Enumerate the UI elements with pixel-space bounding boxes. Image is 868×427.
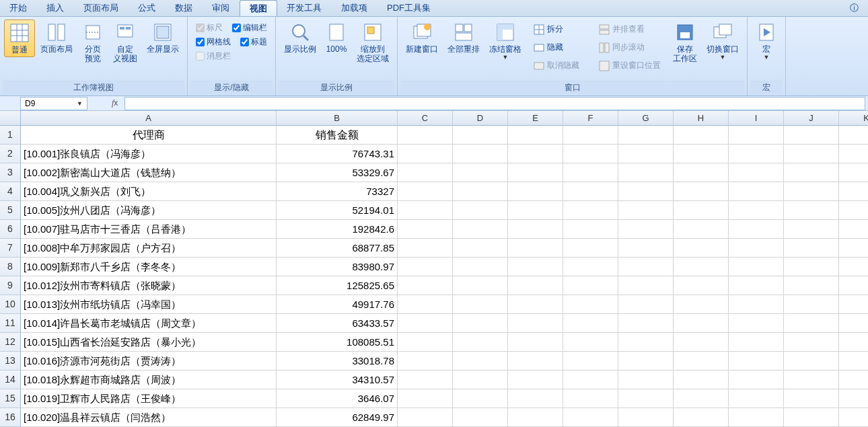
- cell[interactable]: [674, 314, 729, 333]
- cell[interactable]: [784, 258, 839, 276]
- cell[interactable]: [453, 182, 508, 201]
- cell[interactable]: [398, 371, 453, 389]
- cell[interactable]: [839, 371, 868, 389]
- cell[interactable]: [10.018]永辉超市商城路店（周波）: [21, 371, 277, 389]
- cell[interactable]: [508, 295, 563, 314]
- freeze-panes-button[interactable]: 冻结窗格 ▼: [485, 20, 526, 63]
- cell[interactable]: [398, 126, 453, 145]
- row-header-6[interactable]: 6: [0, 220, 21, 239]
- cell[interactable]: [618, 126, 674, 145]
- cell[interactable]: [563, 352, 618, 371]
- cell[interactable]: 73327: [277, 182, 398, 201]
- row-header-9[interactable]: 9: [0, 276, 21, 295]
- cell[interactable]: [784, 126, 839, 145]
- cell[interactable]: 62849.97: [277, 408, 398, 427]
- cell[interactable]: [674, 276, 729, 295]
- cell[interactable]: [10.012]汝州市寄料镇店（张晓蒙）: [21, 276, 277, 295]
- cell[interactable]: [618, 295, 674, 314]
- cell[interactable]: [453, 295, 508, 314]
- cell[interactable]: [508, 201, 563, 220]
- row-header-7[interactable]: 7: [0, 239, 21, 258]
- cell[interactable]: [453, 201, 508, 220]
- cell[interactable]: [453, 333, 508, 352]
- view-page-break-button[interactable]: 分页 预览: [78, 20, 108, 65]
- cell[interactable]: [674, 220, 729, 239]
- cell[interactable]: [839, 145, 868, 163]
- tab-1[interactable]: 插入: [37, 0, 74, 16]
- cell[interactable]: [398, 408, 453, 427]
- zoom-selection-button[interactable]: 缩放到 选定区域: [353, 20, 393, 65]
- view-custom-button[interactable]: 自定 义视图: [109, 20, 141, 65]
- cell[interactable]: [784, 295, 839, 314]
- cell[interactable]: 34310.57: [277, 371, 398, 389]
- cell[interactable]: [784, 352, 839, 371]
- hide-button[interactable]: 隐藏: [531, 40, 582, 54]
- cell[interactable]: 76743.31: [277, 145, 398, 163]
- row-header-11[interactable]: 11: [0, 314, 21, 333]
- cell[interactable]: [398, 145, 453, 163]
- cell[interactable]: [508, 408, 563, 427]
- cell[interactable]: 125825.65: [277, 276, 398, 295]
- cell[interactable]: [729, 352, 784, 371]
- cell[interactable]: [618, 201, 674, 220]
- cell[interactable]: [398, 163, 453, 182]
- cell[interactable]: [10.014]许昌长葛市老城镇店（周文章）: [21, 314, 277, 333]
- cell[interactable]: [839, 258, 868, 276]
- cell[interactable]: [563, 408, 618, 427]
- select-all-corner[interactable]: [0, 111, 21, 126]
- cell[interactable]: [729, 295, 784, 314]
- row-header-8[interactable]: 8: [0, 258, 21, 276]
- col-header-F[interactable]: F: [563, 111, 618, 126]
- cell[interactable]: [618, 389, 674, 408]
- cell[interactable]: [508, 163, 563, 182]
- cell[interactable]: [729, 314, 784, 333]
- cell[interactable]: [398, 258, 453, 276]
- cell[interactable]: [839, 201, 868, 220]
- cell[interactable]: [453, 408, 508, 427]
- cell[interactable]: [729, 371, 784, 389]
- cells-area[interactable]: 代理商销售金额[10.001]张良镇店（冯海彦）76743.31[10.002]…: [21, 126, 868, 427]
- zoom-100-button[interactable]: 100%: [322, 20, 351, 56]
- cell[interactable]: [563, 145, 618, 163]
- cell[interactable]: [398, 239, 453, 258]
- cell[interactable]: [398, 182, 453, 201]
- tab-7[interactable]: 开发工具: [277, 0, 332, 16]
- cell[interactable]: [729, 145, 784, 163]
- cell[interactable]: [784, 371, 839, 389]
- cell[interactable]: 销售金额: [277, 126, 398, 145]
- row-header-14[interactable]: 14: [0, 371, 21, 389]
- cell[interactable]: [10.020]温县祥云镇店（闫浩然）: [21, 408, 277, 427]
- cell[interactable]: [10.005]汝州八团店（冯海彦）: [21, 201, 277, 220]
- cell[interactable]: [839, 389, 868, 408]
- cell[interactable]: [10.013]汝州市纸坊镇店（冯幸国）: [21, 295, 277, 314]
- row-header-3[interactable]: 3: [0, 163, 21, 182]
- cell[interactable]: [508, 333, 563, 352]
- cell[interactable]: [618, 258, 674, 276]
- cell[interactable]: [729, 220, 784, 239]
- cell[interactable]: 49917.76: [277, 295, 398, 314]
- tab-0[interactable]: 开始: [0, 0, 37, 16]
- save-workspace-button[interactable]: 保存 工作区: [669, 20, 701, 65]
- split-button[interactable]: 拆分: [531, 22, 582, 36]
- cell[interactable]: [839, 126, 868, 145]
- cell[interactable]: [729, 276, 784, 295]
- tab-5[interactable]: 审阅: [203, 0, 240, 16]
- cell[interactable]: 53329.67: [277, 163, 398, 182]
- cell[interactable]: 192842.6: [277, 220, 398, 239]
- cell[interactable]: [784, 314, 839, 333]
- cell[interactable]: [839, 239, 868, 258]
- cell[interactable]: [839, 182, 868, 201]
- cell[interactable]: [563, 182, 618, 201]
- cell[interactable]: [839, 314, 868, 333]
- cell[interactable]: [618, 408, 674, 427]
- cell[interactable]: [398, 295, 453, 314]
- cell[interactable]: [563, 163, 618, 182]
- cell[interactable]: 代理商: [21, 126, 277, 145]
- cell[interactable]: [674, 182, 729, 201]
- new-window-button[interactable]: 新建窗口: [402, 20, 442, 56]
- cell[interactable]: [839, 295, 868, 314]
- cell[interactable]: [508, 314, 563, 333]
- cell[interactable]: [10.004]巩义新兴店（刘飞）: [21, 182, 277, 201]
- cell[interactable]: [618, 163, 674, 182]
- chk-gridlines[interactable]: 网格线: [196, 36, 231, 48]
